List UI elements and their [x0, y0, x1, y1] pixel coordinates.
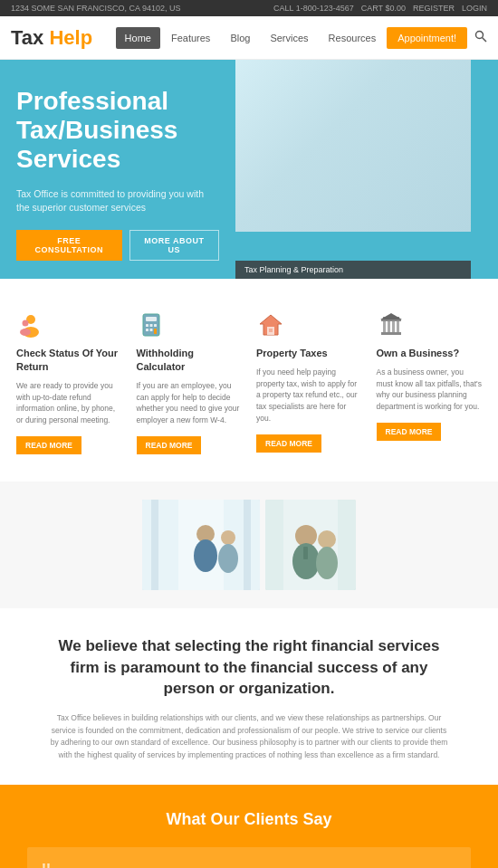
feature-property: Property Taxes If you need help paying p…	[256, 310, 362, 454]
svg-rect-43	[397, 321, 399, 332]
features-grid: Check Status Of Your Return We are ready…	[16, 310, 482, 454]
nav-home[interactable]: Home	[116, 27, 160, 49]
feature-business: Own a Business? As a business owner, you…	[377, 310, 483, 454]
svg-point-0	[476, 32, 484, 39]
feature-1-read-more[interactable]: Read More	[16, 436, 81, 454]
feature-calculator: Withholding Calculator If you are an emp…	[137, 310, 243, 454]
register-link[interactable]: REGISTER	[413, 4, 455, 13]
svg-rect-32	[149, 329, 152, 331]
svg-rect-13	[235, 186, 471, 196]
hero-description: Tax Office is committed to providing you…	[16, 187, 219, 216]
hero-content: Professional Tax/Business Services Tax O…	[0, 60, 235, 279]
svg-point-25	[20, 329, 31, 336]
svg-point-6	[384, 116, 413, 163]
svg-point-19	[390, 126, 416, 166]
site-logo: Tax Help	[11, 26, 92, 50]
svg-rect-38	[381, 320, 401, 321]
svg-rect-53	[244, 500, 251, 590]
svg-point-17	[309, 125, 334, 161]
mid-images	[142, 500, 356, 590]
feature-1-desc: We are ready to provide you with up-to-d…	[16, 380, 122, 426]
svg-point-24	[23, 320, 29, 327]
feature-4-title: Own a Business?	[377, 347, 483, 360]
svg-point-18	[391, 116, 415, 139]
logo-part2: Help	[43, 26, 92, 49]
nav-services[interactable]: Services	[261, 27, 317, 49]
hero-section: Professional Tax/Business Services Tax O…	[0, 60, 498, 279]
svg-rect-37	[381, 332, 401, 335]
quote-mark-icon: "	[42, 860, 456, 868]
svg-rect-3	[235, 132, 471, 232]
feature-2-title: Withholding Calculator	[137, 347, 243, 374]
quote-body: Tax Office believes in building relation…	[50, 712, 448, 761]
svg-point-50	[221, 530, 235, 545]
hero-image-svg	[235, 60, 471, 232]
address-text: 1234 SOME SAN FRANCISCO, CA 94102, US	[11, 4, 181, 13]
svg-rect-52	[151, 500, 158, 590]
search-icon[interactable]	[474, 30, 487, 45]
svg-rect-36	[269, 329, 273, 332]
building-icon	[377, 310, 406, 339]
svg-point-8	[344, 76, 380, 112]
nav-features[interactable]: Features	[162, 27, 219, 49]
svg-rect-10	[359, 112, 366, 139]
mid-image-1	[142, 500, 260, 590]
svg-point-7	[337, 73, 388, 164]
feature-3-title: Property Taxes	[256, 347, 362, 360]
svg-rect-41	[388, 321, 390, 332]
person-icon	[16, 310, 45, 339]
login-link[interactable]: LOGIN	[462, 4, 487, 13]
svg-point-16	[311, 114, 332, 136]
svg-marker-44	[380, 313, 402, 320]
mid-image-2	[265, 500, 356, 590]
svg-rect-29	[149, 324, 152, 327]
hero-image-box	[235, 60, 471, 232]
svg-point-14	[273, 118, 298, 143]
svg-rect-28	[146, 324, 148, 327]
house-icon	[256, 310, 285, 339]
consultation-button[interactable]: FREE CONSULTATION	[16, 230, 122, 261]
svg-rect-30	[154, 324, 157, 327]
phone-text: CALL 1-800-123-4567	[273, 4, 354, 13]
clients-section: What Our Clients Say " The team has prov…	[0, 785, 498, 868]
cart-text: CART $0.00	[361, 4, 406, 13]
mid-section	[0, 482, 498, 608]
nav-blog[interactable]: Blog	[221, 27, 259, 49]
svg-rect-33	[154, 329, 157, 334]
svg-rect-31	[146, 329, 148, 331]
svg-point-5	[312, 111, 340, 162]
svg-point-9	[344, 71, 380, 92]
feature-4-desc: As a business owner, you must know all t…	[377, 367, 483, 413]
feature-check-status: Check Status Of Your Return We are ready…	[16, 310, 122, 454]
clients-heading: What Our Clients Say	[27, 810, 471, 829]
testimonial-box: " The team has provided tax help to me a…	[27, 847, 471, 868]
svg-rect-40	[383, 321, 386, 332]
feature-3-read-more[interactable]: Read More	[256, 434, 321, 453]
svg-point-59	[316, 547, 338, 579]
svg-rect-60	[303, 547, 308, 559]
svg-point-12	[365, 133, 404, 159]
hero-heading: Professional Tax/Business Services	[16, 87, 219, 175]
feature-2-desc: If you are an employee, you can apply fo…	[137, 380, 243, 426]
svg-line-1	[483, 38, 487, 43]
svg-rect-42	[392, 321, 395, 332]
hero-caption: Tax Planning & Preparation	[235, 261, 471, 279]
svg-rect-20	[417, 60, 471, 150]
svg-rect-2	[235, 60, 471, 232]
feature-2-read-more[interactable]: Read More	[137, 436, 202, 454]
logo-part1: Tax	[11, 26, 43, 49]
quote-heading: We believe that selecting the right fina…	[45, 635, 453, 700]
feature-1-title: Check Status Of Your Return	[16, 347, 122, 374]
feature-3-desc: If you need help paying property tax, wi…	[256, 367, 362, 424]
nav-links: Home Features Blog Services Resources Ap…	[116, 27, 487, 49]
feature-4-read-more[interactable]: Read More	[377, 423, 442, 441]
nav-resources[interactable]: Resources	[320, 27, 386, 49]
more-about-us-button[interactable]: MORE ABOUT US	[129, 230, 219, 261]
hero-buttons: FREE CONSULTATION MORE ABOUT US	[16, 230, 219, 261]
svg-point-49	[194, 539, 217, 572]
appointment-button[interactable]: Appointment!	[387, 27, 467, 49]
svg-point-4	[273, 114, 306, 168]
svg-point-11	[320, 133, 359, 159]
svg-point-15	[269, 130, 302, 170]
calculator-icon	[137, 310, 166, 339]
